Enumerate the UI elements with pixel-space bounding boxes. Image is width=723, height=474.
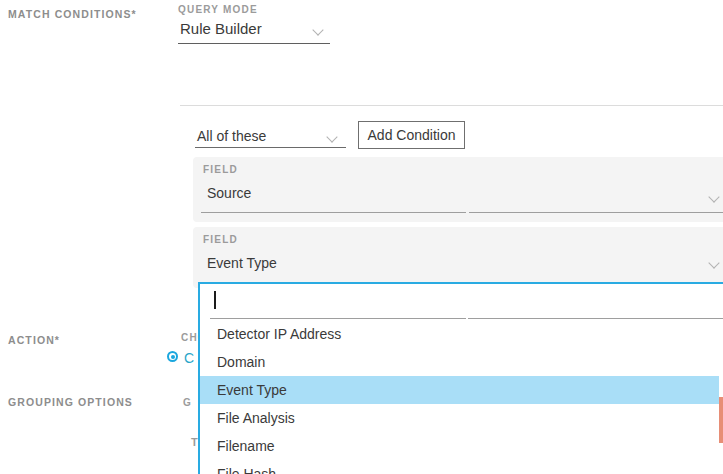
action-radio-selected[interactable] xyxy=(167,351,178,362)
text-caret xyxy=(214,291,216,309)
select-underline xyxy=(469,212,723,213)
select-underline xyxy=(178,43,330,44)
field-select-event-type[interactable]: Event Type xyxy=(207,255,277,271)
action-label: ACTION* xyxy=(8,334,60,346)
input-underline xyxy=(210,318,466,319)
dropdown-option-list: Detector IP Address Domain Event Type Fi… xyxy=(200,320,723,474)
query-mode-select[interactable]: Rule Builder xyxy=(178,17,330,43)
dropdown-option-file-hash[interactable]: File Hash xyxy=(200,460,723,474)
condition-row-source: FIELD Source xyxy=(193,157,723,222)
combinator-select[interactable]: All of these xyxy=(195,122,346,148)
grouping-options-label: GROUPING OPTIONS xyxy=(8,396,133,408)
dropdown-option-file-analysis[interactable]: File Analysis xyxy=(200,404,723,432)
add-condition-button[interactable]: Add Condition xyxy=(358,121,465,149)
type-label-fragment: T xyxy=(191,436,198,448)
query-mode-value: Rule Builder xyxy=(180,20,262,37)
input-underline xyxy=(468,318,723,319)
chevron-down-icon xyxy=(708,191,719,202)
dropdown-option-event-type[interactable]: Event Type xyxy=(200,376,723,404)
select-underline xyxy=(201,212,466,213)
chevron-down-icon xyxy=(312,24,323,35)
group-label-fragment: G xyxy=(183,397,192,408)
dropdown-scrollbar-thumb[interactable] xyxy=(719,397,723,443)
chevron-down-icon xyxy=(708,257,719,268)
dropdown-option-filename[interactable]: Filename xyxy=(200,432,723,460)
chevron-down-icon xyxy=(326,131,337,142)
radio-option-label-fragment: C xyxy=(184,350,194,366)
condition-row-event-type: FIELD Event Type xyxy=(193,227,723,288)
field-label: FIELD xyxy=(203,234,238,245)
field-dropdown-panel: Detector IP Address Domain Event Type Fi… xyxy=(198,282,723,474)
field-select-source[interactable]: Source xyxy=(207,185,251,201)
dropdown-search-input[interactable] xyxy=(200,284,723,318)
dropdown-option-domain[interactable]: Domain xyxy=(200,348,723,376)
radio-dot xyxy=(171,355,175,359)
dropdown-option-detector-ip-address[interactable]: Detector IP Address xyxy=(200,320,723,348)
query-mode-label: QUERY MODE xyxy=(178,4,258,15)
combinator-value: All of these xyxy=(197,128,266,144)
match-conditions-label: MATCH CONDITIONS* xyxy=(8,8,137,20)
select-underline xyxy=(195,147,346,148)
field-label: FIELD xyxy=(203,164,238,175)
section-divider xyxy=(180,105,723,106)
